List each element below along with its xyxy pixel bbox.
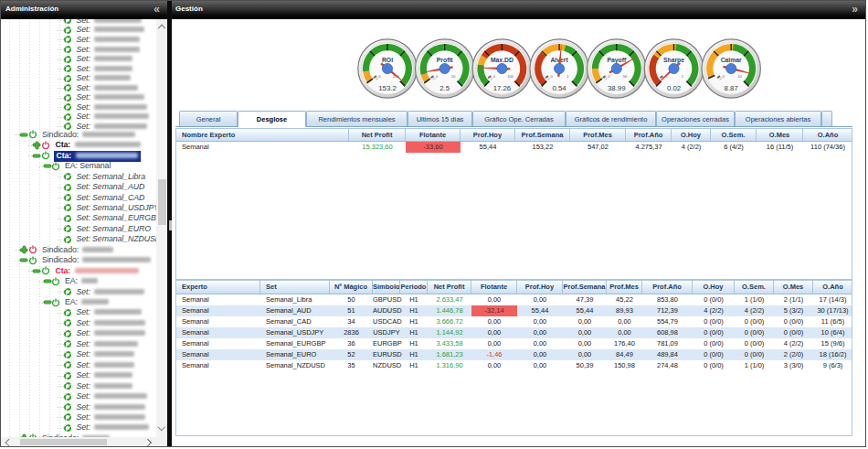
svg-text:0.02: 0.02 bbox=[667, 84, 681, 92]
svg-text:17.26: 17.26 bbox=[493, 84, 512, 92]
svg-text:8.87: 8.87 bbox=[725, 84, 738, 92]
svg-text:10: 10 bbox=[737, 74, 742, 79]
svg-text:10: 10 bbox=[451, 74, 456, 79]
svg-text:153.2: 153.2 bbox=[378, 84, 397, 92]
svg-text:100: 100 bbox=[507, 74, 514, 79]
svg-text:Max.DD: Max.DD bbox=[491, 57, 513, 63]
svg-text:ROI: ROI bbox=[382, 57, 393, 63]
svg-text:Payoff: Payoff bbox=[607, 57, 627, 64]
svg-text:38.99: 38.99 bbox=[608, 84, 626, 92]
svg-text:2.5: 2.5 bbox=[439, 84, 450, 92]
svg-text:Profit: Profit bbox=[437, 57, 453, 63]
svg-text:0.54: 0.54 bbox=[553, 84, 567, 92]
svg-text:50: 50 bbox=[623, 74, 628, 79]
svg-text:Calmar: Calmar bbox=[721, 57, 742, 63]
svg-text:Sharpe: Sharpe bbox=[663, 57, 684, 64]
